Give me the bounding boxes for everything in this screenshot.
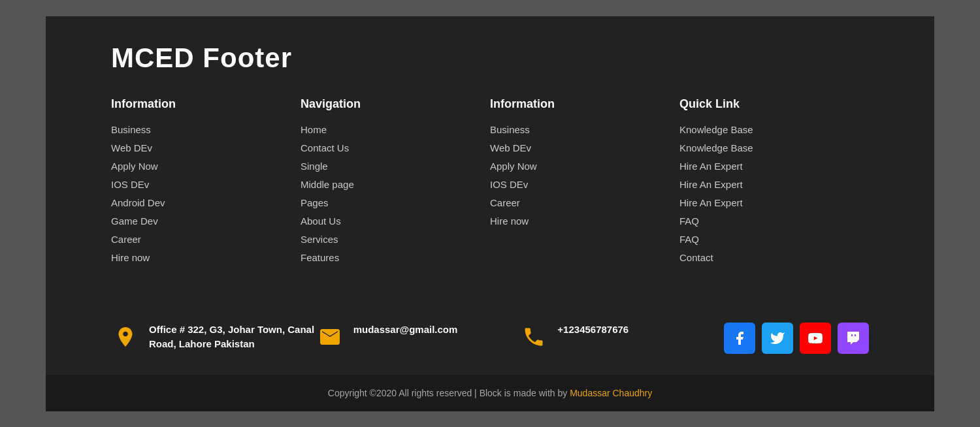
list-item: Contact Us [301,142,490,154]
footer-columns: Information Business Web DEv Apply Now I… [111,97,869,270]
footer: MCED Footer Information Business Web DEv… [46,16,934,411]
list-item: About Us [301,215,490,227]
link-knowledgebase-1[interactable]: Knowledge Base [679,124,753,135]
link-business-1[interactable]: Business [111,124,151,135]
list-item: Business [490,124,679,136]
link-applynow-2[interactable]: Apply Now [490,161,537,172]
link-features[interactable]: Features [301,252,339,263]
link-applynow-1[interactable]: Apply Now [111,161,158,172]
link-faq-2[interactable]: FAQ [679,234,699,245]
link-hireanexpert-2[interactable]: Hire An Expert [679,179,743,190]
col-links-information-2: Business Web DEv Apply Now IOS DEv Caree… [490,124,679,227]
col-links-navigation: Home Contact Us Single Middle page Pages… [301,124,490,264]
link-home[interactable]: Home [301,124,327,135]
pin-icon [111,323,140,351]
col-links-information-1: Business Web DEv Apply Now IOS DEv Andro… [111,124,301,264]
list-item: Apply Now [490,161,679,172]
list-item: Contact [679,252,869,264]
email-icon [316,323,344,351]
link-single[interactable]: Single [301,161,328,172]
col-heading-information-1: Information [111,97,301,111]
link-hireanexpert-1[interactable]: Hire An Expert [679,161,743,172]
list-item: IOS DEv [490,179,679,191]
list-item: Web DEv [490,142,679,154]
facebook-button[interactable] [724,323,755,354]
contact-email-block: mudassar@gmail.com [316,323,520,351]
footer-title: MCED Footer [111,42,869,74]
youtube-button[interactable] [800,323,831,354]
col-heading-navigation: Navigation [301,97,490,111]
link-iosdev-2[interactable]: IOS DEv [490,179,528,190]
contact-phone-block: +123456787676 [519,323,724,351]
footer-col-information-2: Information Business Web DEv Apply Now I… [490,97,679,270]
list-item: Web DEv [111,142,301,154]
list-item: Home [301,124,490,136]
list-item: Hire An Expert [679,197,869,209]
list-item: FAQ [679,215,869,227]
list-item: Pages [301,197,490,209]
link-gamedev-1[interactable]: Game Dev [111,215,158,227]
col-heading-quicklink: Quick Link [679,97,869,111]
list-item: Services [301,234,490,245]
link-hireanexpert-3[interactable]: Hire An Expert [679,197,743,208]
link-business-2[interactable]: Business [490,124,530,135]
footer-contact-row: Office # 322, G3, Johar Town, Canal Road… [111,302,869,375]
list-item: Career [111,234,301,245]
list-item: Hire now [111,252,301,264]
twitter-button[interactable] [762,323,793,354]
col-links-quicklink: Knowledge Base Knowledge Base Hire An Ex… [679,124,869,264]
list-item: Hire An Expert [679,179,869,191]
list-item: Hire An Expert [679,161,869,172]
email-text: mudassar@gmail.com [353,323,458,338]
footer-col-navigation: Navigation Home Contact Us Single Middle… [301,97,490,270]
link-webdev-2[interactable]: Web DEv [490,142,531,153]
footer-col-information-1: Information Business Web DEv Apply Now I… [111,97,301,270]
copyright-text: Copyright ©2020 All rights reserved | Bl… [328,388,570,398]
phone-text: +123456787676 [557,323,629,338]
link-pages[interactable]: Pages [301,197,329,208]
address-text: Office # 322, G3, Johar Town, Canal Road… [149,323,316,352]
link-aboutus[interactable]: About Us [301,215,341,227]
link-services[interactable]: Services [301,234,338,245]
list-item: Knowledge Base [679,142,869,154]
link-career-1[interactable]: Career [111,234,141,245]
link-contact[interactable]: Contact [679,252,713,263]
col-heading-information-2: Information [490,97,679,111]
list-item: Business [111,124,301,136]
list-item: Single [301,161,490,172]
link-knowledgebase-2[interactable]: Knowledge Base [679,142,753,153]
list-item: Hire now [490,215,679,227]
list-item: FAQ [679,234,869,245]
link-webdev-1[interactable]: Web DEv [111,142,152,153]
list-item: Apply Now [111,161,301,172]
list-item: Middle page [301,179,490,191]
copyright-author-link[interactable]: Mudassar Chaudhry [570,388,652,398]
list-item: Game Dev [111,215,301,227]
contact-address-block: Office # 322, G3, Johar Town, Canal Road… [111,323,316,352]
link-hirenow-2[interactable]: Hire now [490,215,529,227]
link-faq-1[interactable]: FAQ [679,215,699,227]
phone-icon [519,323,548,351]
link-contactus[interactable]: Contact Us [301,142,349,153]
social-links [724,323,869,354]
list-item: Knowledge Base [679,124,869,136]
list-item: Features [301,252,490,264]
link-hirenow-1[interactable]: Hire now [111,252,150,263]
link-middlepage[interactable]: Middle page [301,179,354,190]
link-career-2[interactable]: Career [490,197,520,208]
link-androiddev-1[interactable]: Android Dev [111,197,165,208]
twitch-button[interactable] [838,323,869,354]
footer-col-quicklink: Quick Link Knowledge Base Knowledge Base… [679,97,869,270]
link-iosdev-1[interactable]: IOS DEv [111,179,149,190]
list-item: IOS DEv [111,179,301,191]
list-item: Android Dev [111,197,301,209]
list-item: Career [490,197,679,209]
footer-copyright: Copyright ©2020 All rights reserved | Bl… [46,375,934,411]
